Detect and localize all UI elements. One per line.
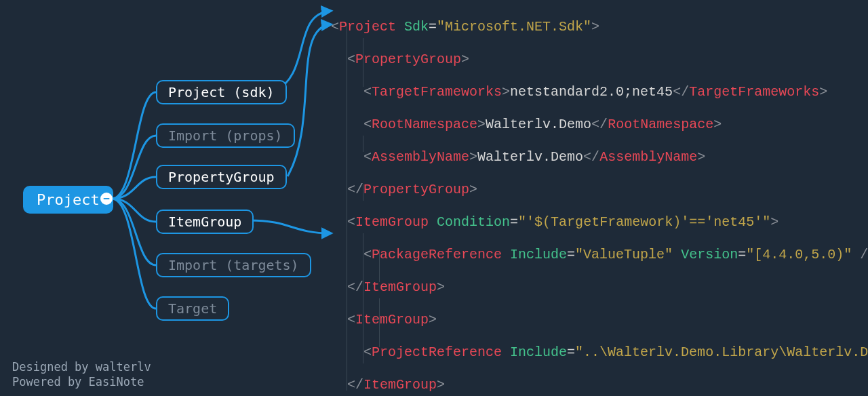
mindmap-root-project[interactable]: Project — [23, 186, 113, 214]
footer-line-2: Powered by EasiNote — [12, 374, 151, 389]
mindmap-node-target[interactable]: Target — [156, 296, 229, 321]
mindmap-node-import-props[interactable]: Import (props) — [156, 123, 295, 148]
root-label: Project — [37, 191, 100, 208]
mindmap-node-project-sdk[interactable]: Project (sdk) — [156, 80, 287, 104]
mindmap-node-itemgroup[interactable]: ItemGroup — [156, 210, 254, 234]
footer-line-1: Designed by walterlv — [12, 359, 151, 374]
mindmap-node-import-targets[interactable]: Import (targets) — [156, 253, 311, 277]
xml-code-block: <Project Sdk="Microsoft.NET.Sdk"> <Prope… — [331, 3, 868, 396]
mindmap-node-propertygroup[interactable]: PropertyGroup — [156, 165, 287, 189]
footer-credits: Designed by walterlv Powered by EasiNote — [12, 359, 151, 389]
collapse-icon[interactable]: − — [100, 193, 113, 205]
